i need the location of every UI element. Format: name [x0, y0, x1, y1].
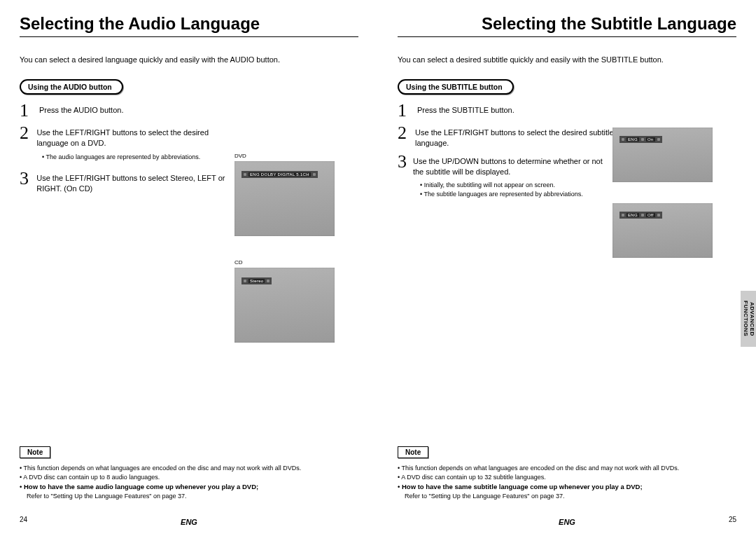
note-line: A DVD disc can contain up to 8 audio lan…	[20, 473, 358, 482]
lang-indicator-left: ENG	[181, 518, 197, 526]
step-2: 2 Use the LEFT/RIGHT buttons to select t…	[398, 124, 615, 149]
osd-text: Stereo	[248, 279, 265, 283]
note-line: This function depends on what languages …	[398, 464, 736, 473]
nav-right-icon	[657, 214, 660, 217]
preview-subtitle-off: ENG Off	[612, 203, 713, 258]
tv-screen: ENG Off	[612, 203, 713, 258]
step-text: Press the SUBTITLE button.	[417, 102, 514, 120]
note-label: Note	[20, 446, 50, 458]
note-refer: Refer to "Setting Up the Language Featur…	[405, 492, 736, 501]
osd-lang: ENG	[626, 213, 639, 217]
nav-left-icon	[622, 138, 624, 141]
tv-screen: Stereo	[234, 268, 335, 343]
page-number-left: 24	[20, 516, 27, 523]
lang-indicator-right: ENG	[559, 518, 575, 526]
nav-right-icon	[657, 138, 660, 141]
step-3: 3 Use the UP/DOWN buttons to determine w…	[398, 153, 615, 177]
note-lines: This function depends on what languages …	[398, 464, 736, 501]
screen-label-dvd: DVD	[234, 153, 246, 159]
step-number: 2	[20, 124, 31, 149]
preview-cd: CD Stereo	[234, 268, 335, 343]
osd-bar-on: ENG On	[620, 136, 662, 143]
page-spread: Selecting the Audio Language You can sel…	[0, 0, 756, 536]
screen-label-cd: CD	[234, 259, 243, 266]
nav-left-icon	[244, 173, 246, 176]
step-number: 1	[20, 102, 34, 120]
heading-subtitle: Selecting the Subtitle Language	[398, 14, 736, 37]
nav-down-icon	[641, 214, 644, 217]
step-number: 3	[398, 153, 407, 177]
step-number: 2	[398, 124, 410, 149]
osd-lang: ENG	[626, 137, 639, 142]
step-text: Press the AUDIO button.	[39, 102, 123, 120]
osd-bar-off: ENG Off	[620, 212, 662, 219]
nav-right-icon	[313, 173, 316, 176]
osd-state: Off	[646, 213, 655, 217]
preview-subtitle-on: ENG On	[612, 128, 713, 182]
osd-bar-dvd: ENG DOLBY DIGITAL 5.1CH	[241, 171, 318, 178]
page-number-right: 25	[729, 516, 736, 523]
nav-left-icon	[622, 214, 624, 217]
step-1: 1 Press the SUBTITLE button.	[398, 102, 615, 120]
step-text: Use the LEFT/RIGHT buttons to select the…	[415, 124, 615, 149]
sub-note: Initially, the subtitling will not appea…	[420, 181, 602, 198]
section-tab-label: ADVANCED FUNCTIONS	[742, 291, 755, 347]
pill-using-audio: Using the AUDIO button	[20, 79, 123, 95]
note-box-subtitle: Note This function depends on what langu…	[398, 445, 736, 501]
page-right: Selecting the Subtitle Language You can …	[378, 0, 756, 536]
note-box-audio: Note This function depends on what langu…	[20, 445, 358, 501]
note-line: A DVD disc can contain up to 32 subtitle…	[398, 473, 736, 482]
tv-screen: ENG DOLBY DIGITAL 5.1CH	[234, 161, 335, 236]
step-number: 3	[20, 170, 31, 194]
step-text: Use the UP/DOWN buttons to determine whe…	[413, 153, 615, 177]
sub-note: The audio languages are represented by a…	[42, 153, 224, 161]
intro-subtitle: You can select a desired subtitle quickl…	[398, 55, 736, 64]
nav-up-icon	[641, 138, 644, 141]
step-text: Use the LEFT/RIGHT buttons to select the…	[36, 124, 237, 149]
step-1: 1 Press the AUDIO button.	[20, 102, 237, 120]
nav-right-icon	[267, 280, 270, 282]
osd-state: On	[646, 137, 655, 142]
note-bold: • How to have the same subtitle language…	[398, 482, 736, 492]
step-text: Use the LEFT/RIGHT buttons to select Ste…	[36, 170, 237, 194]
note-label: Note	[398, 446, 428, 458]
pill-using-subtitle: Using the SUBTITLE button	[398, 79, 514, 95]
step-2: 2 Use the LEFT/RIGHT buttons to select t…	[20, 124, 237, 149]
osd-text: ENG DOLBY DIGITAL 5.1CH	[248, 172, 311, 177]
note-lines: This function depends on what languages …	[20, 464, 358, 501]
intro-audio: You can select a desired language quickl…	[20, 55, 358, 64]
note-bold: • How to have the same audio language co…	[20, 482, 358, 492]
note-line: This function depends on what languages …	[20, 464, 358, 473]
preview-dvd: DVD ENG DOLBY DIGITAL 5.1CH	[234, 161, 335, 236]
heading-audio: Selecting the Audio Language	[20, 14, 358, 37]
step-number: 1	[398, 102, 412, 120]
note-refer: Refer to "Setting Up the Language Featur…	[27, 492, 358, 501]
tv-screen: ENG On	[612, 128, 713, 182]
nav-left-icon	[244, 280, 246, 282]
section-tab: ADVANCED FUNCTIONS	[741, 291, 756, 347]
osd-bar-cd: Stereo	[241, 277, 272, 284]
step-3: 3 Use the LEFT/RIGHT buttons to select S…	[20, 170, 237, 194]
